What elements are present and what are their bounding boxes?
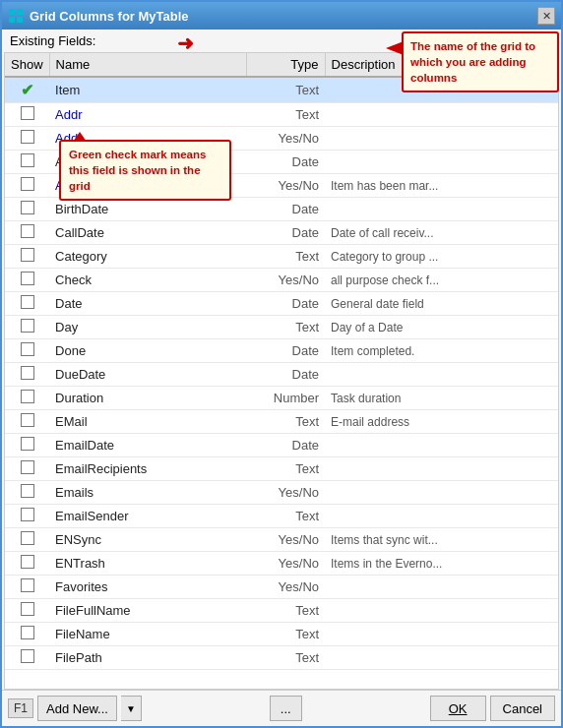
name-cell[interactable]: Date (49, 292, 246, 316)
ellipsis-button[interactable]: ... (270, 696, 302, 721)
name-cell[interactable]: FilePath (49, 646, 246, 670)
table-row[interactable]: EmailRecipientsText (5, 457, 558, 481)
checkbox[interactable] (21, 626, 34, 639)
checkbox[interactable] (21, 484, 34, 498)
table-row[interactable]: ENTrashYes/NoItems in the Everno... (5, 552, 558, 576)
table-row[interactable]: FilePathText (5, 646, 558, 670)
name-cell[interactable]: CallDate (49, 221, 246, 245)
checkbox[interactable] (21, 224, 34, 238)
show-cell[interactable] (5, 198, 49, 221)
fields-table-container[interactable]: Green check mark means this field is sho… (4, 52, 559, 690)
checkbox[interactable] (21, 201, 34, 214)
show-cell[interactable] (5, 623, 49, 646)
show-cell[interactable] (5, 505, 49, 528)
checkbox[interactable] (21, 531, 34, 545)
checkbox[interactable] (21, 153, 34, 167)
show-cell[interactable] (5, 599, 49, 623)
checkbox[interactable] (21, 272, 34, 285)
table-row[interactable]: EmailsYes/No (5, 481, 558, 505)
show-cell[interactable] (5, 410, 49, 434)
table-row[interactable]: FavoritesYes/No (5, 576, 558, 599)
name-cell[interactable]: BirthDate (49, 198, 246, 221)
name-cell[interactable]: ENSync (49, 528, 246, 552)
name-cell[interactable]: DueDate (49, 363, 246, 387)
table-row[interactable]: EmailSenderText (5, 505, 558, 528)
name-cell[interactable]: EmailRecipients (49, 457, 246, 481)
table-row[interactable]: EmailDateDate (5, 434, 558, 457)
table-row[interactable]: BirthDateDate (5, 198, 558, 221)
close-button[interactable]: ✕ (537, 7, 555, 25)
name-cell[interactable]: EMail (49, 410, 246, 434)
checkbox[interactable] (21, 366, 34, 380)
checkbox[interactable] (21, 130, 34, 144)
show-cell[interactable]: ✔ (5, 77, 49, 103)
name-cell[interactable]: Check (49, 269, 246, 292)
add-new-button[interactable]: Add New... (37, 696, 117, 721)
checkbox[interactable] (21, 319, 34, 333)
name-cell[interactable]: Favorites (49, 576, 246, 599)
show-cell[interactable] (5, 174, 49, 198)
table-row[interactable]: CheckYes/Noall purpose check f... (5, 269, 558, 292)
show-cell[interactable] (5, 387, 49, 410)
show-cell[interactable] (5, 269, 49, 292)
checkbox[interactable] (21, 508, 34, 521)
field-name-link[interactable]: Addr (55, 107, 82, 122)
add-new-dropdown-arrow[interactable]: ▼ (121, 696, 142, 721)
show-cell[interactable] (5, 127, 49, 151)
table-row[interactable]: DayTextDay of a Date (5, 316, 558, 339)
show-cell[interactable] (5, 552, 49, 576)
show-cell[interactable] (5, 151, 49, 174)
table-row[interactable]: DueDateDate (5, 363, 558, 387)
table-row[interactable]: AddrText (5, 103, 558, 127)
show-cell[interactable] (5, 434, 49, 457)
show-cell[interactable] (5, 457, 49, 481)
checkbox[interactable] (21, 177, 34, 191)
name-cell[interactable]: EmailSender (49, 505, 246, 528)
show-cell[interactable] (5, 292, 49, 316)
name-cell[interactable]: Emails (49, 481, 246, 505)
name-cell[interactable]: Duration (49, 387, 246, 410)
show-cell[interactable] (5, 646, 49, 670)
show-cell[interactable] (5, 339, 49, 363)
table-row[interactable]: DurationNumberTask duration (5, 387, 558, 410)
table-row[interactable]: CallDateDateDate of call receiv... (5, 221, 558, 245)
show-cell[interactable] (5, 245, 49, 269)
checkbox[interactable] (21, 390, 34, 403)
checkbox[interactable] (21, 437, 34, 451)
checkbox[interactable] (21, 106, 34, 120)
show-cell[interactable] (5, 576, 49, 599)
ok-button[interactable]: OK (430, 696, 486, 721)
show-cell[interactable] (5, 221, 49, 245)
table-row[interactable]: EMailTextE-mail address (5, 410, 558, 434)
table-row[interactable]: CategoryTextCategory to group ... (5, 245, 558, 269)
checkbox[interactable] (21, 342, 34, 356)
name-cell[interactable]: FileName (49, 623, 246, 646)
table-row[interactable]: ENSyncYes/NoItems that sync wit... (5, 528, 558, 552)
cancel-button[interactable]: Cancel (490, 696, 555, 721)
name-cell[interactable]: Addr (49, 103, 246, 127)
checkbox[interactable] (21, 578, 34, 592)
table-row[interactable]: DoneDateItem completed. (5, 339, 558, 363)
name-cell[interactable]: Item (49, 77, 246, 103)
checkbox[interactable] (21, 602, 34, 616)
show-cell[interactable] (5, 316, 49, 339)
name-cell[interactable]: ENTrash (49, 552, 246, 576)
checkbox[interactable] (21, 248, 34, 262)
table-row[interactable]: DateDateGeneral date field (5, 292, 558, 316)
checkbox[interactable] (21, 295, 34, 309)
show-cell[interactable] (5, 481, 49, 505)
name-cell[interactable]: EmailDate (49, 434, 246, 457)
checkbox[interactable] (21, 555, 34, 569)
checkbox[interactable] (21, 413, 34, 427)
table-row[interactable]: FileFullNameText (5, 599, 558, 623)
checkbox[interactable] (21, 460, 34, 474)
name-cell[interactable]: Day (49, 316, 246, 339)
name-cell[interactable]: Category (49, 245, 246, 269)
show-cell[interactable] (5, 103, 49, 127)
name-cell[interactable]: FileFullName (49, 599, 246, 623)
show-cell[interactable] (5, 363, 49, 387)
checkbox[interactable] (21, 649, 34, 663)
show-cell[interactable] (5, 528, 49, 552)
table-row[interactable]: FileNameText (5, 623, 558, 646)
name-cell[interactable]: Done (49, 339, 246, 363)
